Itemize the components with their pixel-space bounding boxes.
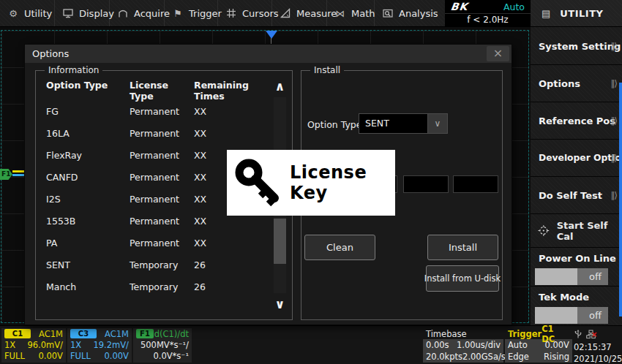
scrollbar-thumb[interactable] (274, 219, 286, 264)
scroll-up-icon[interactable]: ∧ (271, 78, 288, 94)
table-row[interactable]: 16LAPermanentXX (36, 122, 267, 144)
license-key-field-2[interactable] (403, 175, 449, 193)
trigger-position-tick (271, 38, 271, 44)
install-legend: Install (310, 65, 344, 75)
c1-probe: 1X (4, 340, 15, 350)
c3-bandwidth: FULL (70, 351, 91, 361)
cell-option: FG (36, 106, 130, 117)
function-f1-block[interactable]: F1d(C1)/dt 500MV*s⁻¹/ 0.0V*s⁻¹ (133, 328, 192, 363)
c1-coupling: AC1M (39, 329, 63, 339)
menu-label: Trigger (189, 8, 222, 19)
scroll-down-icon[interactable]: ∨ (271, 296, 288, 312)
power-on-line-toggle[interactable]: off (535, 268, 608, 285)
analysis-icon (382, 8, 394, 18)
menu-label: Math (351, 8, 375, 19)
trigger-position-marker[interactable] (266, 31, 277, 39)
sidebar-item-developer-options[interactable]: Developer Options ∥⟩ (531, 140, 622, 177)
menu-cursors[interactable]: Cursors (218, 0, 272, 26)
chevron-down-icon[interactable]: ∨ (427, 114, 447, 133)
f1-scale: 500MV*s⁻¹/ (140, 340, 189, 350)
dialog-title: Options (25, 45, 512, 63)
menu-label: Utility (24, 8, 52, 19)
table-row[interactable]: FGPermanentXX (36, 100, 267, 122)
channel-c3-block[interactable]: C3AC1M 1X19.2mV/ FULL0.00V (67, 328, 132, 363)
menu-trigger[interactable]: ⚑ Trigger (165, 0, 218, 26)
cell-license: Permanent (130, 238, 194, 249)
c3-scale: 19.2mV/ (93, 340, 129, 350)
sidebar-item-label: Start Self Cal (557, 220, 622, 242)
clean-button[interactable]: Clean (304, 235, 375, 260)
sidebar-item-do-self-test[interactable]: Do Self Test ∥⟩ (531, 177, 622, 214)
channel-c1-block[interactable]: C1AC1M 1X96.0mV/ FULL0.00V (1, 328, 66, 363)
c3-offset: 0.00V (105, 351, 129, 361)
tek-mode-toggle[interactable]: off (535, 307, 608, 324)
c1-offset: 0.00V (39, 351, 63, 361)
cursors-icon (225, 8, 237, 18)
option-type-label: Option Type (307, 119, 361, 130)
cell-license: Permanent (130, 194, 194, 205)
cell-times: XX (194, 106, 267, 117)
network-disconnected-icon: × (591, 330, 597, 338)
flag-icon: ⚑ (172, 8, 184, 19)
option-type-select[interactable]: SENT ∨ (359, 113, 448, 134)
table-row[interactable]: SENTTemporary26 (36, 254, 267, 276)
cell-license: Permanent (130, 216, 194, 227)
timebase-delay: 0.00s (426, 340, 449, 350)
timebase-block[interactable]: Timebase 0.00s1.00us/div 20.0kpts2.00GSa… (423, 328, 503, 363)
sidebar-scrollbar[interactable] (619, 83, 622, 316)
c1-bandwidth: FULL (4, 351, 25, 361)
menu-math[interactable]: ⋈ Math (327, 0, 375, 26)
col-license-type: License Type (130, 80, 194, 102)
c1-badge: C1 (4, 329, 31, 338)
license-key-text: License Key (290, 162, 395, 203)
sidebar-item-tek-mode: Tek Mode off (531, 287, 622, 325)
trigger-mode: Auto (508, 340, 528, 350)
menu-acquire[interactable]: Acquire (110, 0, 165, 26)
acquisition-mode: Auto (503, 1, 525, 12)
gear-icon: ⚙ (7, 8, 19, 19)
table-row[interactable]: ManchTemporary26 (36, 276, 267, 297)
sidebar-item-system-setting[interactable]: System Setting ∥⟩ (531, 27, 622, 65)
install-button[interactable]: Install (427, 235, 498, 260)
trigger-title: Trigger (508, 329, 542, 339)
logo-status-box: BK Auto f < 2.0Hz (445, 0, 531, 27)
display-icon (62, 8, 74, 18)
table-header: Option Type License Type Remaining Times (36, 80, 267, 102)
menu-measure[interactable]: Measure (272, 0, 327, 26)
cell-option: CANFD (36, 172, 130, 183)
trigger-frequency: f < 2.0Hz (445, 13, 531, 27)
sidebar-item-options[interactable]: Options ∥⟩ (531, 65, 622, 102)
table-row[interactable]: PAPermanentXX (36, 232, 267, 254)
close-icon[interactable]: × (487, 46, 509, 61)
menu-analysis[interactable]: Analysis (375, 0, 445, 26)
measure-icon (280, 8, 291, 18)
timebase-rate: 2.00GSa/s (462, 352, 506, 362)
license-key-field-3[interactable] (453, 175, 498, 193)
information-legend: Information (45, 65, 102, 75)
trigger-block[interactable]: TriggerC1 DC Auto0.00V EdgeRising (505, 328, 572, 363)
cell-option: PA (36, 238, 130, 249)
install-from-udisk-button[interactable]: Install from U-disk (426, 265, 499, 292)
menu-utility[interactable]: ⚙ Utility (0, 0, 55, 26)
cell-license: Temporary (130, 281, 194, 292)
sidebar-item-power-on-line: Power On Line off (531, 248, 622, 287)
math-icon: ⋈ (334, 8, 346, 19)
menu-label: Analysis (399, 8, 438, 19)
c3-coupling: AC1M (105, 329, 129, 339)
menu-label: Display (79, 8, 114, 19)
toggle-value: off (589, 268, 602, 285)
cell-license: Permanent (130, 150, 194, 161)
col-option-type: Option Type (36, 80, 130, 102)
sidebar-item-label: Do Self Test (539, 190, 602, 201)
sidebar-header: ▤ UTILITY (531, 0, 622, 27)
oscilloscope-screen: ⚙ Utility Display Acquire ⚑ Trigger Curs… (0, 0, 622, 364)
status-bar: C1AC1M 1X96.0mV/ FULL0.00V C3AC1M 1X19.2… (0, 325, 622, 364)
f1-value: 0.0V*s⁻¹ (153, 351, 189, 361)
menu-display[interactable]: Display (55, 0, 110, 26)
expand-icon: ∥⟩ (610, 190, 617, 200)
cell-option: SENT (36, 259, 130, 270)
sidebar-item-start-self-cal[interactable]: Start Self Cal (531, 214, 622, 248)
sidebar-item-reference-pos[interactable]: Reference Pos ∥⟩ (531, 102, 622, 140)
trigger-type: Edge (508, 352, 529, 362)
cell-license: Permanent (130, 172, 194, 183)
